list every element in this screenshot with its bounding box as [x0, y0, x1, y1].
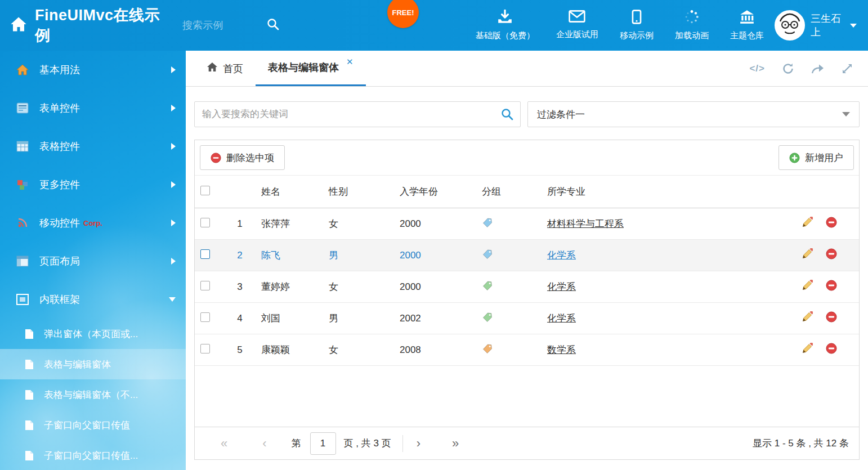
nav-item-label: 企业版试用	[556, 29, 598, 40]
tag-icon	[482, 217, 493, 228]
tab-home[interactable]: 首页	[194, 51, 256, 86]
major-link[interactable]: 材料科学与工程系	[547, 218, 624, 229]
delete-icon[interactable]	[826, 280, 837, 294]
major-link[interactable]: 化学系	[547, 281, 576, 292]
share-icon[interactable]	[811, 63, 825, 74]
chevron-down-icon	[169, 297, 176, 302]
nav-item-label: 主题仓库	[730, 30, 764, 41]
app-header: FineUIMvc在线示例 FREE! 基础版（免费） 企业版试用	[0, 0, 868, 51]
cell-gender: 女	[323, 271, 394, 303]
sidebar-item-iframe[interactable]: 内联框架	[0, 280, 186, 319]
row-checkbox[interactable]	[200, 249, 210, 259]
col-year: 入学年份	[394, 176, 476, 208]
download-icon	[497, 10, 513, 26]
major-link[interactable]: 化学系	[547, 313, 576, 324]
edit-icon[interactable]	[802, 217, 813, 231]
file-icon	[24, 329, 35, 339]
sidebar-item-form-controls[interactable]: 表单控件	[0, 89, 186, 127]
user-name: 三生石上	[811, 12, 843, 39]
sidebar-subitem-popup-window[interactable]: 弹出窗体（本页面或...	[0, 319, 186, 349]
table-header-row: 姓名 性别 入学年份 分组 所学专业	[195, 176, 859, 208]
delete-icon[interactable]	[826, 248, 837, 262]
plus-circle-icon	[789, 153, 800, 163]
nav-item-enterprise-trial[interactable]: 企业版试用	[545, 10, 609, 41]
edit-icon[interactable]	[802, 248, 813, 262]
tag-icon	[482, 312, 493, 323]
table-icon	[16, 141, 29, 152]
select-all-checkbox[interactable]	[200, 186, 210, 195]
tag-icon	[482, 249, 493, 259]
table-row[interactable]: 4 刘国 男 2002 化学系	[195, 303, 859, 334]
next-page-icon[interactable]: ›	[417, 437, 420, 450]
header-search[interactable]	[182, 18, 279, 33]
last-page-icon[interactable]: »	[452, 437, 459, 450]
filter-dropdown-value: 过滤条件一	[537, 108, 585, 121]
user-menu[interactable]: 三生石上	[775, 10, 857, 41]
row-checkbox[interactable]	[200, 344, 210, 353]
delete-icon[interactable]	[826, 343, 837, 357]
edit-icon[interactable]	[802, 280, 813, 294]
cell-gender: 男	[323, 240, 394, 271]
keyword-search-input[interactable]	[194, 101, 521, 127]
cubes-icon	[16, 179, 29, 190]
tag-icon	[482, 343, 493, 354]
app-title: FineUIMvc在线示例	[35, 5, 163, 46]
sidebar-item-grid-controls[interactable]: 表格控件	[0, 127, 186, 165]
expand-icon[interactable]	[842, 63, 853, 74]
nav-item-label: 加载动画	[675, 30, 709, 41]
file-icon	[24, 359, 35, 370]
search-icon[interactable]	[267, 18, 279, 33]
row-checkbox[interactable]	[200, 312, 210, 322]
header-search-input[interactable]	[182, 20, 261, 32]
sidebar-subitem-grid-edit-window-2[interactable]: 表格与编辑窗体（不...	[0, 379, 186, 410]
sidebar-subitem-child-to-parent[interactable]: 子窗口向父窗口传值	[0, 410, 186, 440]
prev-page-icon[interactable]: ‹	[262, 437, 266, 450]
table-row[interactable]: 3 董婷婷 女 2000 化学系	[195, 271, 859, 303]
row-checkbox[interactable]	[200, 281, 210, 290]
tab-grid-edit-window[interactable]: 表格与编辑窗体 ✕	[256, 51, 366, 86]
search-icon[interactable]	[501, 108, 513, 123]
first-page-icon[interactable]: «	[221, 437, 227, 450]
sidebar-subitem-grid-edit-window[interactable]: 表格与编辑窗体	[0, 349, 186, 379]
sidebar-item-more-controls[interactable]: 更多控件	[0, 165, 186, 204]
close-icon[interactable]: ✕	[346, 57, 354, 67]
nav-item-basic-free[interactable]: 基础版（免费）	[465, 10, 545, 41]
signal-icon	[16, 217, 29, 229]
avatar[interactable]	[775, 10, 805, 41]
cell-year: 2000	[394, 208, 476, 240]
delete-icon[interactable]	[826, 217, 837, 231]
house-icon	[16, 64, 29, 75]
nav-item-theme-repo[interactable]: 主题仓库	[719, 10, 775, 41]
cell-year: 2000	[394, 271, 476, 303]
spinner-icon	[684, 10, 699, 26]
major-link[interactable]: 数学系	[547, 344, 576, 355]
sidebar-subitem-child-to-parent-2[interactable]: 子窗口向父窗口传值...	[0, 440, 186, 470]
keyword-search	[194, 101, 521, 127]
add-user-button[interactable]: 新增用户	[778, 145, 854, 170]
source-code-icon[interactable]: </>	[749, 63, 765, 74]
sidebar-item-basic-usage[interactable]: 基本用法	[0, 51, 186, 89]
cell-name: 陈飞	[256, 240, 323, 271]
sidebar-item-page-layout[interactable]: 页面布局	[0, 242, 186, 280]
filter-dropdown[interactable]: 过滤条件一	[527, 101, 860, 127]
refresh-icon[interactable]	[782, 62, 794, 75]
table-row[interactable]: 1 张萍萍 女 2000 材料科学与工程系	[195, 208, 859, 240]
main-area: 首页 表格与编辑窗体 ✕ </>	[186, 51, 868, 470]
table-row[interactable]: 2 陈飞 男 2000 化学系	[195, 240, 859, 271]
delete-icon[interactable]	[826, 311, 837, 325]
table-row[interactable]: 5 康颖颖 女 2008 数学系	[195, 334, 859, 366]
nav-item-mobile-demo[interactable]: 移动示例	[609, 10, 664, 41]
nav-item-loading-anim[interactable]: 加载动画	[664, 10, 719, 41]
major-link[interactable]: 化学系	[547, 250, 576, 261]
edit-icon[interactable]	[802, 343, 813, 357]
home-icon[interactable]	[10, 16, 27, 34]
delete-selected-button[interactable]: 删除选中项	[200, 145, 285, 170]
sidebar-item-mobile-controls[interactable]: 移动控件 Corp.	[0, 204, 186, 242]
cell-year: 2008	[394, 334, 476, 366]
cell-name: 康颖颖	[256, 334, 323, 366]
edit-icon[interactable]	[802, 311, 813, 325]
cell-gender: 女	[323, 334, 394, 366]
page-number-input[interactable]	[310, 432, 336, 455]
header-nav: 基础版（免费） 企业版试用 移动示例	[465, 10, 775, 41]
row-checkbox[interactable]	[200, 218, 210, 227]
